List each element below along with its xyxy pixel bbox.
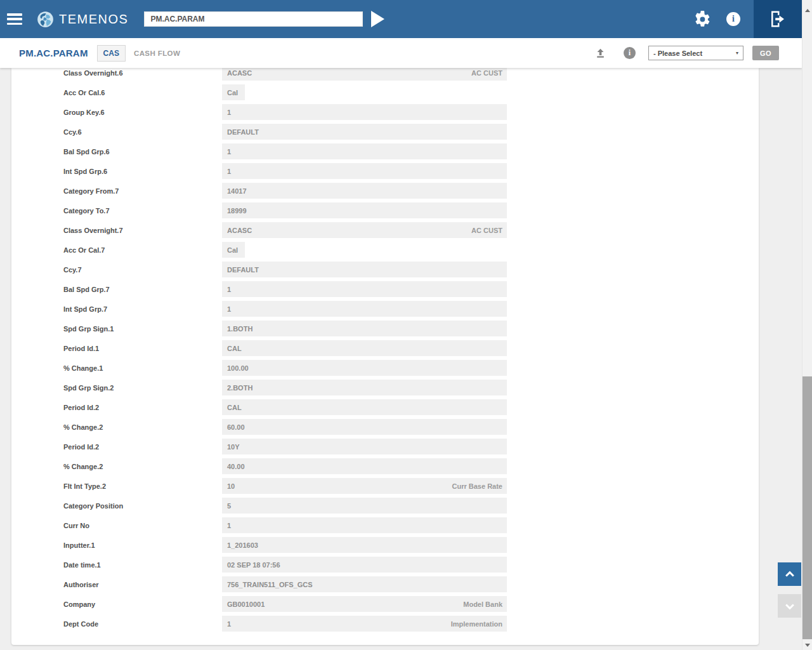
- command-line-input[interactable]: [144, 11, 363, 27]
- form-row: Curr No 1: [11, 515, 759, 535]
- field-value-box[interactable]: GB0010001 Model Bank: [222, 596, 507, 612]
- field-value-box[interactable]: 100.00: [222, 360, 507, 376]
- page-title: PM.AC.PARAM: [19, 48, 88, 58]
- settings-button[interactable]: [694, 11, 711, 28]
- info-button[interactable]: i: [726, 12, 740, 26]
- form-row: Flt Int Type.2 10 Curr Base Rate: [11, 476, 759, 496]
- field-label: Ccy.6: [63, 128, 222, 136]
- field-value-box[interactable]: 02 SEP 18 07:56: [222, 557, 507, 573]
- field-label: Int Spd Grp.7: [63, 305, 222, 313]
- form-row: Category Position 5: [11, 496, 759, 515]
- scrollbar-up-arrow-icon[interactable]: [805, 9, 810, 12]
- action-select[interactable]: - Please Select ▾: [648, 46, 743, 60]
- field-value-box[interactable]: 1: [222, 281, 507, 297]
- action-select-value: - Please Select: [653, 50, 702, 57]
- sign-out-icon: [768, 10, 787, 29]
- form-row: Class Overnight.7 ACASC AC CUST: [11, 220, 759, 240]
- form-row: Acc Or Cal.7 Cal: [11, 240, 759, 260]
- field-label: Class Overnight.7: [63, 227, 222, 234]
- field-label: Company: [63, 600, 222, 608]
- field-value-box[interactable]: ACASC AC CUST: [222, 68, 507, 81]
- hamburger-menu-icon[interactable]: [7, 13, 22, 25]
- field-label: Category To.7: [63, 207, 222, 215]
- field-value: ACASC: [222, 227, 252, 234]
- go-button[interactable]: GO: [752, 46, 779, 60]
- form-row: Category To.7 18999: [11, 201, 759, 220]
- brand-name: TEMENOS: [59, 12, 128, 27]
- upload-icon[interactable]: [595, 47, 606, 59]
- form-row: Inputter.1 1_201603: [11, 535, 759, 555]
- field-value-box[interactable]: 2.BOTH: [222, 380, 507, 395]
- field-value-box[interactable]: ACASC AC CUST: [222, 222, 507, 238]
- form-row: % Change.2 60.00: [11, 417, 759, 437]
- field-value-box[interactable]: 5: [222, 498, 507, 514]
- form-row: Group Key.6 1: [11, 102, 759, 122]
- field-label: Authoriser: [63, 581, 222, 588]
- field-label: Category From.7: [63, 187, 222, 195]
- sign-out-button[interactable]: [754, 0, 802, 38]
- tab-cas[interactable]: CAS: [97, 45, 126, 62]
- field-value-box[interactable]: 40.00: [222, 458, 507, 474]
- form-row: % Change.2 40.00: [11, 456, 759, 476]
- record-card: Class Overnight.6 ACASC AC CUST Acc Or C…: [11, 68, 759, 645]
- field-value-box[interactable]: CAL: [222, 340, 507, 356]
- form-row: Period Id.2 10Y: [11, 437, 759, 456]
- field-value-box[interactable]: 1_201603: [222, 537, 507, 553]
- toolbar-info-button[interactable]: i: [624, 47, 636, 59]
- field-label: Flt Int Type.2: [63, 482, 222, 490]
- field-value: 1_201603: [222, 541, 258, 549]
- scroll-to-top-button[interactable]: [778, 562, 801, 586]
- field-value-box[interactable]: DEFAULT: [222, 262, 507, 277]
- field-value: 1: [222, 109, 231, 116]
- field-value-box[interactable]: CAL: [222, 399, 507, 415]
- field-value: 14017: [222, 187, 247, 195]
- page-scrollbar[interactable]: [802, 0, 812, 650]
- form-row: Dept Code 1 Implementation: [11, 614, 759, 633]
- field-value-box[interactable]: 1: [222, 143, 507, 159]
- scroll-to-bottom-button[interactable]: [778, 594, 801, 618]
- run-command-icon[interactable]: [371, 11, 384, 27]
- form-rows: Class Overnight.6 ACASC AC CUST Acc Or C…: [11, 68, 759, 633]
- scrollbar-down-arrow-icon[interactable]: [805, 644, 810, 647]
- field-value-box[interactable]: 60.00: [222, 419, 507, 435]
- form-row: Ccy.7 DEFAULT: [11, 260, 759, 279]
- content-area: Class Overnight.6 ACASC AC CUST Acc Or C…: [0, 68, 802, 650]
- field-value-box[interactable]: 10Y: [222, 439, 507, 454]
- temenos-logo: TEMENOS: [37, 11, 128, 28]
- form-row: Spd Grp Sign.1 1.BOTH: [11, 319, 759, 338]
- field-value-box[interactable]: 1: [222, 104, 507, 120]
- field-value-box[interactable]: DEFAULT: [222, 124, 507, 140]
- form-row: Date time.1 02 SEP 18 07:56: [11, 555, 759, 574]
- field-value: 40.00: [222, 463, 245, 470]
- field-label: % Change.2: [63, 423, 222, 431]
- field-value-box[interactable]: 1.BOTH: [222, 321, 507, 336]
- field-value-box[interactable]: Cal: [222, 84, 245, 100]
- field-value-box[interactable]: 1 Implementation: [222, 616, 507, 632]
- field-value-box[interactable]: 10 Curr Base Rate: [222, 478, 507, 494]
- field-label: Curr No: [63, 522, 222, 529]
- form-row: Ccy.6 DEFAULT: [11, 122, 759, 142]
- scrollbar-thumb[interactable]: [802, 376, 812, 639]
- field-label: Acc Or Cal.7: [63, 246, 222, 254]
- field-value-box[interactable]: 756_TRAIN511_OFS_GCS: [222, 576, 507, 592]
- field-value-box[interactable]: Cal: [222, 242, 245, 258]
- field-label: Period Id.1: [63, 345, 222, 352]
- field-label: Class Overnight.6: [63, 69, 222, 77]
- app-header: TEMENOS i: [0, 0, 802, 38]
- field-value-box[interactable]: 1: [222, 301, 507, 317]
- field-value-box[interactable]: 18999: [222, 202, 507, 218]
- chevron-up-icon: [783, 568, 796, 581]
- field-value-box[interactable]: 1: [222, 517, 507, 533]
- field-value-box[interactable]: 1: [222, 163, 507, 179]
- field-label: Spd Grp Sign.2: [63, 384, 222, 392]
- field-value: 1: [222, 522, 231, 529]
- form-row: Bal Spd Grp.7 1: [11, 279, 759, 299]
- field-value: 756_TRAIN511_OFS_GCS: [222, 581, 313, 588]
- info-icon: i: [732, 14, 735, 24]
- record-toolbar: PM.AC.PARAM CAS CASH FLOW i - Please Sel…: [0, 38, 802, 68]
- field-label: Period Id.2: [63, 443, 222, 451]
- toolbar-info-icon: i: [629, 48, 631, 58]
- globe-icon: [37, 11, 54, 28]
- field-value-box[interactable]: 14017: [222, 183, 507, 199]
- field-label: Ccy.7: [63, 266, 222, 274]
